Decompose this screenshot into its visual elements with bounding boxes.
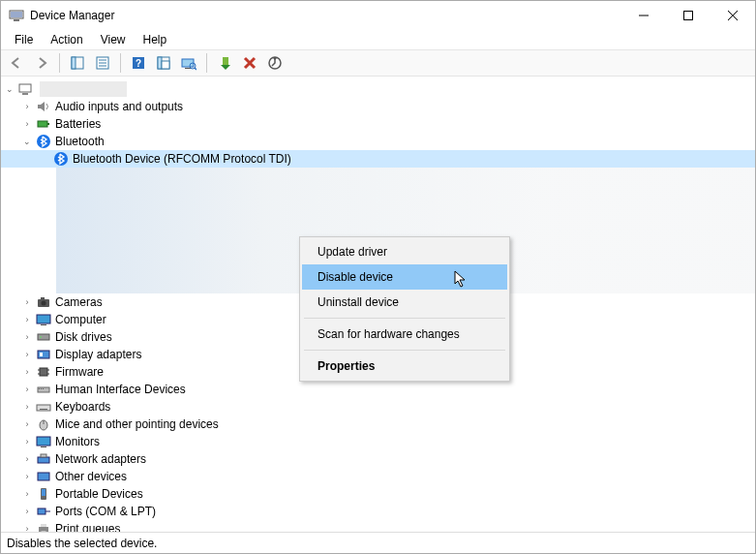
- expand-icon[interactable]: ›: [20, 295, 34, 309]
- svg-rect-45: [39, 388, 40, 389]
- tree-label: Print queues: [55, 522, 120, 532]
- tree-item-monitors[interactable]: › Monitors: [1, 433, 755, 450]
- context-menu: Update driver Disable device Uninstall d…: [299, 236, 510, 382]
- expand-icon[interactable]: ›: [20, 313, 34, 326]
- context-disable-device[interactable]: Disable device: [302, 264, 507, 290]
- menu-view[interactable]: View: [93, 32, 134, 47]
- properties-button[interactable]: [91, 51, 114, 75]
- context-properties[interactable]: Properties: [302, 354, 507, 379]
- maximize-button[interactable]: [666, 1, 711, 30]
- app-icon: [9, 8, 24, 23]
- printer-icon: [36, 521, 51, 532]
- svg-point-36: [40, 336, 41, 337]
- tree-item-audio[interactable]: › Audio inputs and outputs: [1, 98, 755, 115]
- portable-icon: [36, 486, 51, 502]
- expand-icon[interactable]: ›: [20, 522, 34, 532]
- tree-item-batteries[interactable]: › Batteries: [1, 115, 755, 133]
- network-icon: [36, 451, 51, 467]
- tree-item-other[interactable]: › Other devices: [1, 468, 755, 485]
- menu-file[interactable]: File: [7, 32, 41, 47]
- svg-rect-46: [41, 388, 42, 389]
- menu-action[interactable]: Action: [43, 32, 90, 47]
- tree-label: Batteries: [55, 117, 101, 131]
- svg-rect-35: [38, 334, 49, 340]
- bluetooth-icon: [53, 151, 69, 167]
- collapse-icon[interactable]: ⌄: [3, 82, 16, 96]
- svg-rect-4: [684, 12, 693, 20]
- svg-rect-33: [37, 315, 50, 323]
- svg-rect-37: [38, 351, 49, 358]
- expand-icon[interactable]: ›: [20, 383, 34, 396]
- update-driver-button[interactable]: [263, 51, 287, 75]
- expand-icon[interactable]: ›: [20, 117, 34, 131]
- bluetooth-icon: [36, 134, 51, 149]
- tree-label: Display adapters: [55, 348, 141, 361]
- tree-item-ports[interactable]: › Ports (COM & LPT): [1, 503, 755, 520]
- expand-icon[interactable]: ›: [20, 348, 34, 361]
- svg-rect-25: [22, 93, 28, 95]
- expand-icon[interactable]: ›: [20, 400, 34, 414]
- svg-text:?: ?: [136, 58, 141, 69]
- separator: [304, 350, 505, 351]
- tree-label: Keyboards: [55, 400, 110, 414]
- context-update-driver[interactable]: Update driver: [302, 239, 507, 264]
- context-uninstall-device[interactable]: Uninstall device: [302, 290, 507, 315]
- tree-label: Other devices: [55, 470, 127, 483]
- svg-rect-27: [47, 123, 49, 125]
- tree-item-keyboards[interactable]: › Keyboards: [1, 398, 755, 416]
- svg-point-31: [42, 301, 46, 306]
- tree-item-mice[interactable]: › Mice and other pointing devices: [1, 416, 755, 433]
- uninstall-device-button[interactable]: [238, 51, 261, 75]
- tree-label: Firmware: [55, 365, 104, 379]
- context-scan-hardware[interactable]: Scan for hardware changes: [302, 322, 507, 347]
- expand-icon[interactable]: ›: [20, 435, 34, 448]
- gpu-icon: [36, 347, 51, 362]
- svg-rect-49: [40, 409, 47, 410]
- port-icon: [36, 504, 51, 519]
- back-button[interactable]: [5, 51, 28, 75]
- enable-device-button[interactable]: [213, 51, 236, 75]
- tree-root[interactable]: ⌄: [1, 80, 755, 98]
- titlebar: Device Manager: [1, 1, 755, 30]
- svg-rect-58: [42, 489, 45, 496]
- expand-icon[interactable]: ›: [20, 417, 34, 431]
- svg-rect-2: [14, 19, 19, 21]
- minimize-button[interactable]: [621, 1, 666, 30]
- svg-rect-52: [37, 437, 50, 446]
- svg-rect-56: [38, 473, 49, 480]
- svg-line-21: [195, 68, 197, 70]
- collapse-icon[interactable]: ⌄: [20, 135, 34, 148]
- expand-icon[interactable]: ›: [20, 487, 34, 501]
- tree-label: Disk drives: [55, 330, 112, 344]
- expand-icon[interactable]: ›: [20, 470, 34, 483]
- monitor-icon: [36, 434, 51, 449]
- svg-rect-39: [40, 368, 47, 376]
- forward-button[interactable]: [30, 51, 53, 75]
- expand-icon[interactable]: ›: [20, 505, 34, 518]
- tree-item-bluetooth[interactable]: ⌄ Bluetooth: [1, 133, 755, 150]
- tree-label: Computer: [55, 313, 106, 326]
- svg-rect-16: [158, 57, 162, 69]
- menu-help[interactable]: Help: [136, 32, 175, 47]
- svg-rect-26: [38, 121, 47, 127]
- toggle-console-button[interactable]: [152, 51, 175, 75]
- speaker-icon: [36, 99, 51, 114]
- mouse-icon: [36, 416, 51, 432]
- expand-icon[interactable]: ›: [20, 365, 34, 379]
- tree-item-portable[interactable]: › Portable Devices: [1, 485, 755, 503]
- show-hide-tree-button[interactable]: [66, 51, 89, 75]
- hid-icon: [36, 382, 51, 397]
- tree-item-bluetooth-rfcomm[interactable]: Bluetooth Device (RFCOMM Protocol TDI): [1, 150, 755, 168]
- expand-icon[interactable]: ›: [20, 452, 34, 466]
- expand-icon[interactable]: ›: [20, 100, 34, 113]
- tree-item-hid[interactable]: › Human Interface Devices: [1, 381, 755, 398]
- tree-item-print-queues[interactable]: › Print queues: [1, 520, 755, 532]
- status-bar: Disables the selected device.: [1, 532, 755, 553]
- help-button[interactable]: ?: [127, 51, 150, 75]
- close-button[interactable]: [711, 1, 755, 30]
- expand-icon[interactable]: ›: [20, 330, 34, 344]
- menubar: File Action View Help: [1, 30, 755, 49]
- tree-item-network[interactable]: › Network adapters: [1, 450, 755, 468]
- svg-rect-53: [41, 446, 46, 447]
- scan-hardware-button[interactable]: [177, 51, 200, 75]
